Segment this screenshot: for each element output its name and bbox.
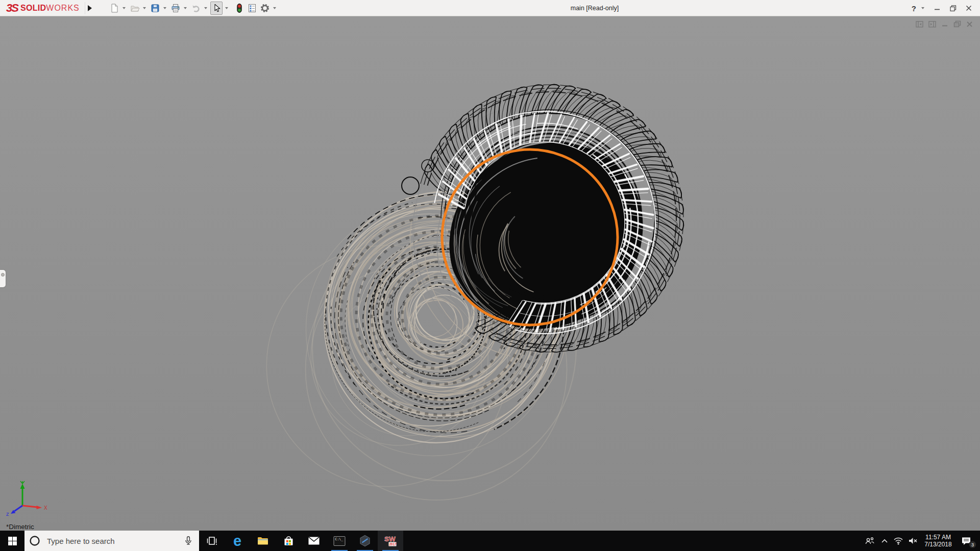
restore-button[interactable] xyxy=(947,2,959,14)
command-prompt-icon: C:\_ xyxy=(333,536,346,546)
titlebar: 3S SOLID WORKS xyxy=(0,0,980,16)
store-button[interactable] xyxy=(276,531,301,551)
graphics-area[interactable]: X Z Y *Dimetric xyxy=(0,16,980,531)
restore-icon xyxy=(950,5,957,12)
cmd-prompt-text: C:\_ xyxy=(335,537,344,541)
minimize-icon xyxy=(934,5,940,11)
undo-dropdown-caret[interactable] xyxy=(204,7,207,9)
command-prompt-button[interactable]: C:\_ xyxy=(327,531,352,551)
clock-date: 7/13/2018 xyxy=(921,541,955,548)
print-dropdown-caret[interactable] xyxy=(184,7,187,9)
clock-time: 11:57 AM xyxy=(921,534,955,541)
wifi-icon xyxy=(893,537,903,545)
taskbar-search[interactable]: Type here to search xyxy=(24,531,199,551)
close-button[interactable] xyxy=(963,2,975,14)
select-cursor-icon xyxy=(211,3,222,13)
menu-flyout-arrow-icon[interactable] xyxy=(85,2,95,14)
open-button[interactable] xyxy=(129,2,141,15)
rebuild-button[interactable] xyxy=(233,2,246,15)
mail-icon xyxy=(308,536,320,546)
open-folder-icon xyxy=(130,3,140,13)
notification-badge: 3 xyxy=(969,541,976,548)
feature-tree-flyout-tab[interactable] xyxy=(0,270,6,287)
close-icon xyxy=(966,5,972,11)
ds-logo-mark: 3S xyxy=(6,2,18,15)
microsoft-store-icon xyxy=(283,535,295,547)
print-icon xyxy=(170,3,181,13)
view-orientation-label: *Dimetric xyxy=(6,523,34,531)
flyout-pin-dot xyxy=(1,273,5,277)
start-button[interactable] xyxy=(0,531,24,551)
task-view-icon xyxy=(206,535,217,546)
volume-muted-icon xyxy=(908,537,918,545)
cortana-icon xyxy=(29,535,41,547)
hidden-icons-button[interactable] xyxy=(878,531,891,551)
quick-access-toolbar xyxy=(108,2,279,15)
action-center-button[interactable]: 3 xyxy=(955,531,977,551)
people-icon xyxy=(865,536,875,545)
select-button[interactable] xyxy=(210,2,223,15)
options-button[interactable] xyxy=(259,2,271,15)
file-explorer-button[interactable] xyxy=(250,531,276,551)
windows-logo-icon xyxy=(8,537,17,545)
solidworks-window: 3S SOLID WORKS xyxy=(0,0,980,551)
solidworks-logo: 3S SOLID WORKS xyxy=(0,0,84,16)
document-title: main [Read-only] xyxy=(571,5,619,12)
document-window-controls xyxy=(916,20,973,28)
chevron-up-icon xyxy=(881,538,888,543)
windows-taskbar: Type here to search e xyxy=(0,531,980,551)
solidworks-taskbar-button[interactable]: SW 2017 xyxy=(378,531,403,551)
new-document-icon xyxy=(109,3,119,13)
minimize-button[interactable] xyxy=(931,2,943,14)
taskbar-apps: e xyxy=(199,531,403,551)
help-dropdown-caret[interactable] xyxy=(921,7,924,9)
turbine-model-wireframe[interactable] xyxy=(0,16,980,531)
mail-button[interactable] xyxy=(301,531,327,551)
triad-z-label: Z xyxy=(6,512,9,516)
search-placeholder-text: Type here to search xyxy=(47,537,183,545)
sw-year: 2017 xyxy=(389,542,397,546)
open-dropdown-caret[interactable] xyxy=(143,7,146,9)
file-properties-icon xyxy=(247,3,257,13)
reference-triad: X Z Y xyxy=(4,477,51,516)
undo-button[interactable] xyxy=(190,2,202,15)
doc-minimize-icon[interactable] xyxy=(941,21,948,28)
save-floppy-icon xyxy=(150,3,160,13)
microphone-icon[interactable] xyxy=(183,535,194,546)
doc-restore-icon[interactable] xyxy=(953,20,961,28)
hexagon-3d-app-button[interactable] xyxy=(352,531,378,551)
file-properties-button[interactable] xyxy=(246,2,258,15)
system-tray: 11:57 AM 7/13/2018 3 xyxy=(862,531,980,551)
help-button[interactable]: ? xyxy=(912,4,916,13)
pane-left-icon[interactable] xyxy=(916,21,923,28)
select-dropdown-caret[interactable] xyxy=(225,7,228,9)
new-dropdown-caret[interactable] xyxy=(122,7,126,9)
play-arrow-icon xyxy=(88,5,92,11)
clock[interactable]: 11:57 AM 7/13/2018 xyxy=(921,534,955,548)
brand-works: WORKS xyxy=(46,4,79,13)
file-explorer-icon xyxy=(257,535,269,546)
task-view-button[interactable] xyxy=(199,531,225,551)
new-document-button[interactable] xyxy=(108,2,120,15)
brand-solid: SOLID xyxy=(20,4,46,13)
undo-icon xyxy=(191,3,201,13)
edge-button[interactable]: e xyxy=(225,531,250,551)
triad-x-label: X xyxy=(44,505,47,511)
pane-right-icon[interactable] xyxy=(928,21,936,28)
hexagon-app-icon xyxy=(359,535,371,547)
edge-icon: e xyxy=(233,534,241,548)
network-button[interactable] xyxy=(891,531,905,551)
people-button[interactable] xyxy=(862,531,878,551)
volume-button[interactable] xyxy=(905,531,921,551)
print-button[interactable] xyxy=(169,2,182,15)
rebuild-traffic-light-icon xyxy=(234,3,244,13)
options-dropdown-caret[interactable] xyxy=(273,7,276,9)
solidworks-app-icon: SW 2017 xyxy=(384,534,397,547)
save-dropdown-caret[interactable] xyxy=(163,7,166,9)
options-gear-icon xyxy=(260,3,270,13)
titlebar-controls: ? xyxy=(912,0,975,16)
save-button[interactable] xyxy=(149,2,161,15)
doc-close-icon[interactable] xyxy=(966,21,973,28)
sw-letters: SW xyxy=(384,535,396,543)
